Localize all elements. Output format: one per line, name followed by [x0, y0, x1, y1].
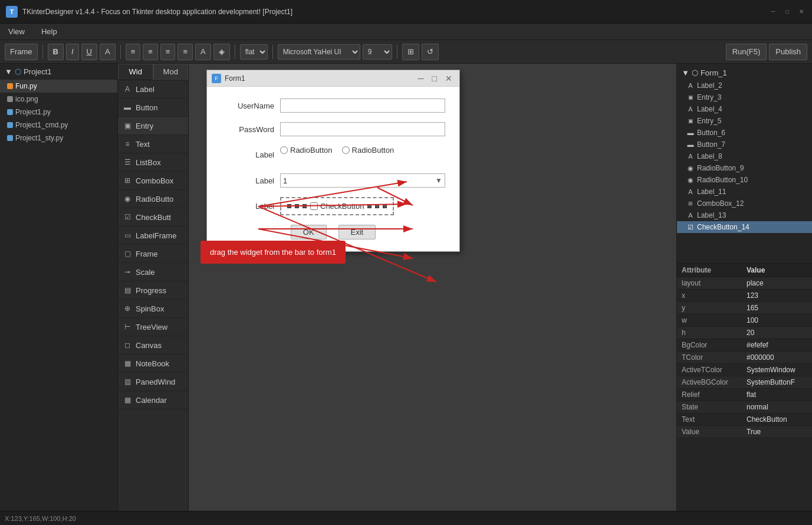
file-item-project1cmdpy[interactable]: Project1_cmd.py	[0, 119, 117, 132]
project-header[interactable]: ▼ ⬡ Project1	[0, 64, 117, 80]
widget-listbox[interactable]: ☰ ListBox	[118, 153, 188, 172]
file-name: Project1_sty.py	[15, 134, 63, 142]
tree-label8[interactable]: A Label_8	[677, 150, 812, 162]
tree-label13[interactable]: A Label_13	[677, 209, 812, 221]
attr-value: place	[747, 279, 807, 287]
align-justify-button[interactable]: ≡	[177, 44, 193, 60]
widget-treeview[interactable]: ⊢ TreeView	[118, 318, 188, 336]
widget-text[interactable]: ≡ Text	[118, 135, 188, 153]
attr-text[interactable]: Text CheckButton	[677, 414, 812, 426]
attr-tcolor[interactable]: TColor #000000	[677, 352, 812, 364]
tree-label11[interactable]: A Label_11	[677, 186, 812, 198]
attr-activetcolor[interactable]: ActiveTColor SystemWindow	[677, 364, 812, 376]
attr-y[interactable]: y 165	[677, 302, 812, 314]
align-center-button[interactable]: ≡	[143, 44, 158, 60]
widget-entry[interactable]: ▣ Entry	[118, 117, 188, 135]
font-size-a-button[interactable]: A	[195, 44, 211, 60]
paint-button[interactable]: ◈	[213, 44, 230, 60]
radio1-input[interactable]	[280, 146, 288, 154]
widget-spinbox[interactable]: ⊕ SpinBox	[118, 300, 188, 318]
attr-layout[interactable]: layout place	[677, 277, 812, 290]
grid-button[interactable]: ⊞	[402, 44, 419, 60]
tree-checkbutton14[interactable]: ☑ CheckButton_14	[677, 221, 812, 233]
tree-item-name: Label_4	[697, 105, 722, 113]
attr-bgcolor[interactable]: BgColor #efefef	[677, 339, 812, 352]
align-left-button[interactable]: ≡	[126, 44, 141, 60]
frame-button[interactable]: Frame	[5, 44, 38, 60]
attr-state[interactable]: State normal	[677, 401, 812, 414]
tree-combobox12[interactable]: ⊞ ComboBox_12	[677, 198, 812, 209]
widget-labelframe[interactable]: ▭ LabelFrame	[118, 227, 188, 245]
radio2-input[interactable]	[342, 146, 350, 154]
tree-radio9[interactable]: ◉ RadioButton_9	[677, 162, 812, 174]
attr-value-row[interactable]: Value True	[677, 426, 812, 438]
exit-button[interactable]: Exit	[338, 225, 376, 239]
widget-canvas[interactable]: ◻ Canvas	[118, 336, 188, 355]
menu-view[interactable]: View	[5, 26, 28, 37]
widget-button[interactable]: ▬ Button	[118, 99, 188, 117]
tree-radio10[interactable]: ◉ RadioButton_10	[677, 174, 812, 186]
check-label[interactable]: CheckButton	[310, 202, 364, 211]
widget-combobox[interactable]: ⊞ ComboBox	[118, 172, 188, 190]
tree-label2[interactable]: A Label_2	[677, 80, 812, 91]
font-select[interactable]: Microsoft YaHei UI	[278, 44, 360, 60]
attr-x[interactable]: x 123	[677, 290, 812, 302]
form-close-button[interactable]: ✕	[443, 74, 455, 83]
attr-col-key: Attribute	[682, 266, 747, 274]
ok-button[interactable]: OK	[291, 225, 327, 239]
widget-progress[interactable]: ▤ Progress	[118, 281, 188, 300]
tab-wid[interactable]: Wid	[118, 64, 153, 80]
tree-button6[interactable]: ▬ Button_6	[677, 127, 812, 139]
check14-icon: ☑	[686, 223, 695, 231]
check-input[interactable]	[310, 202, 318, 210]
file-item-icopng[interactable]: ico.png	[0, 93, 117, 106]
radio2-label[interactable]: RadioButton	[342, 146, 395, 155]
tree-button7[interactable]: ▬ Button_7	[677, 139, 812, 150]
menu-help[interactable]: Help	[38, 26, 61, 37]
relief-select[interactable]: flat	[240, 44, 268, 60]
form-minimize-button[interactable]: ─	[416, 74, 426, 83]
italic-button[interactable]: I	[66, 44, 79, 60]
file-dot	[7, 83, 13, 89]
widget-scale[interactable]: ⊸ Scale	[118, 263, 188, 281]
attr-h[interactable]: h 20	[677, 327, 812, 339]
widget-checkbutton[interactable]: ☑ CheckButt	[118, 208, 188, 227]
widget-panedwind[interactable]: ▥ PanedWind	[118, 373, 188, 391]
attr-value: CheckButton	[747, 415, 807, 424]
file-item-project1py[interactable]: Project1.py	[0, 106, 117, 119]
widget-notebook[interactable]: ▦ NoteBook	[118, 355, 188, 373]
bold-button[interactable]: B	[48, 44, 64, 60]
file-item-project1stypy[interactable]: Project1_sty.py	[0, 132, 117, 145]
widget-radiobutton[interactable]: ◉ RadioButto	[118, 190, 188, 208]
underline-button[interactable]: U	[81, 44, 97, 60]
checkbutton-selected[interactable]: CheckButton	[280, 197, 394, 215]
tree-item-name: Entry_3	[697, 93, 721, 101]
widget-calendar[interactable]: ▦ Calendar	[118, 391, 188, 409]
fontsize-select[interactable]: 9	[363, 44, 392, 60]
refresh-button[interactable]: ↺	[422, 44, 439, 60]
username-input[interactable]	[280, 99, 445, 113]
run-button[interactable]: Run(F5)	[726, 44, 767, 60]
widget-frame[interactable]: ▢ Frame	[118, 245, 188, 263]
publish-button[interactable]: Publish	[769, 44, 807, 60]
tab-mod[interactable]: Mod	[153, 64, 189, 80]
combo-box[interactable]: 1 ▼	[280, 173, 445, 188]
minimize-button[interactable]: ─	[768, 7, 778, 17]
password-input[interactable]	[280, 122, 445, 136]
canvas-area[interactable]: F Form1 ─ □ ✕ UserName PassWord	[189, 64, 676, 511]
tree-entry5[interactable]: ▣ Entry_5	[677, 115, 812, 127]
widget-label[interactable]: A Label	[118, 80, 188, 99]
align-right-button[interactable]: ≡	[160, 44, 176, 60]
attr-relief[interactable]: Relief flat	[677, 389, 812, 401]
radio1-label[interactable]: RadioButton	[280, 146, 333, 155]
tree-entry3[interactable]: ▣ Entry_3	[677, 91, 812, 103]
tree-label4[interactable]: A Label_4	[677, 103, 812, 115]
close-button[interactable]: ✕	[797, 7, 806, 17]
form-maximize-button[interactable]: □	[430, 74, 439, 83]
maximize-button[interactable]: □	[783, 7, 792, 17]
attr-activebgcolor[interactable]: ActiveBGColor SystemButtonF	[677, 376, 812, 389]
attr-w[interactable]: w 100	[677, 314, 812, 327]
file-item-funpy[interactable]: Fun.py	[0, 80, 117, 93]
font-a-button[interactable]: A	[100, 44, 116, 60]
attr-key: ActiveBGColor	[682, 378, 747, 386]
